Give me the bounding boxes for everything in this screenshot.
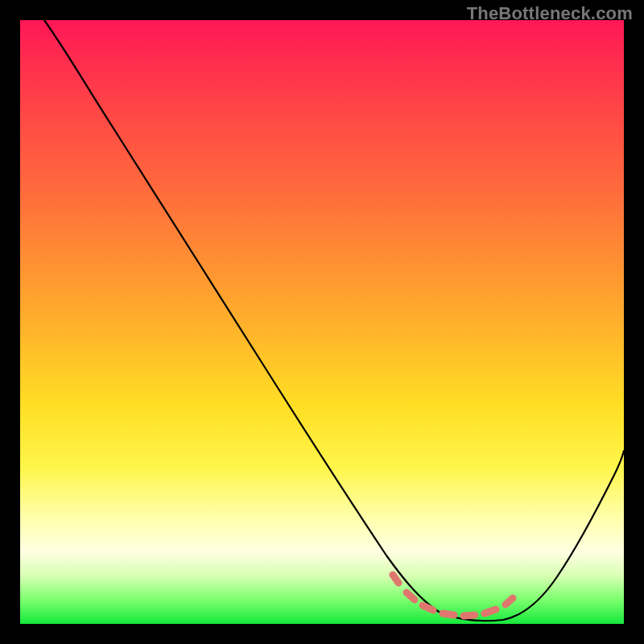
min-dash — [506, 598, 513, 605]
plot-area — [20, 20, 624, 624]
minimum-dash-group — [393, 575, 513, 616]
min-dash — [443, 613, 454, 615]
min-dash — [393, 575, 398, 583]
min-dash — [485, 609, 496, 613]
min-dash — [407, 592, 415, 600]
bottleneck-curve — [44, 20, 624, 621]
chart-svg — [20, 20, 624, 624]
watermark-text: TheBottleneck.com — [467, 3, 633, 24]
min-dash — [464, 615, 475, 616]
min-dash — [423, 605, 433, 610]
chart-frame: TheBottleneck.com — [0, 0, 644, 644]
